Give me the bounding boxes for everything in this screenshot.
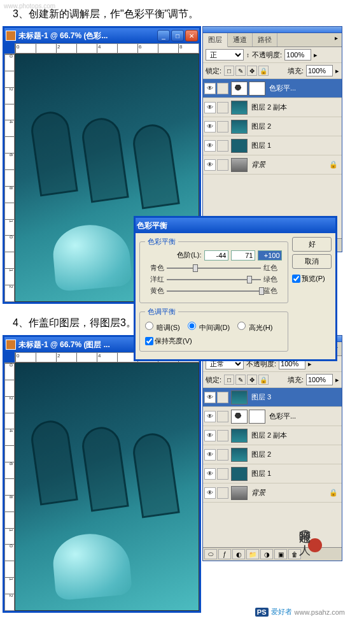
lock-all-icon[interactable]: 🔒	[258, 375, 269, 385]
layer-row[interactable]: 👁图层 2 副本	[203, 426, 342, 445]
level-cyan-input[interactable]	[204, 250, 228, 261]
layer-row[interactable]: 👁色彩平...	[203, 407, 342, 426]
fill-field[interactable]: 100%	[306, 65, 333, 76]
visibility-icon[interactable]: 👁	[204, 102, 216, 113]
radio-shadows[interactable]: 暗调(S)	[145, 322, 180, 333]
link-slot[interactable]	[217, 121, 228, 132]
fill-label: 填充:	[288, 375, 304, 385]
document-window-2: 未标题-1 @ 66.7% (图层 ... _ □ ✕ 02468 024681…	[3, 335, 201, 613]
app-icon	[6, 31, 16, 41]
visibility-icon[interactable]: 👁	[204, 83, 216, 94]
ruler-horizontal: 02468	[15, 43, 199, 54]
layer-thumbnail	[231, 429, 248, 443]
link-slot[interactable]	[217, 430, 228, 441]
link-slot[interactable]	[217, 159, 228, 171]
link-icon[interactable]: ⬭	[204, 549, 217, 559]
tab-layers[interactable]: 图层	[203, 33, 228, 47]
canvas[interactable]	[15, 362, 199, 611]
preview-checkbox[interactable]: 预览(P)	[292, 274, 332, 283]
layer-name: 图层 1	[249, 469, 340, 478]
visibility-icon[interactable]: 👁	[204, 159, 216, 171]
window-title: 未标题-1 @ 66.7% (色彩...	[18, 31, 157, 41]
layer-row[interactable]: 👁图层 3	[203, 388, 342, 407]
visibility-icon[interactable]: 👁	[204, 392, 216, 403]
lock-pixels-icon[interactable]: ✎	[235, 66, 246, 76]
blend-mode-select[interactable]: 正	[206, 49, 244, 61]
panel-menu-icon[interactable]: ▸	[331, 33, 342, 47]
fx-icon[interactable]: ƒ	[218, 549, 231, 559]
slider-right-label: 蓝色	[263, 286, 283, 296]
lock-pixels-icon[interactable]: ✎	[235, 375, 246, 385]
layer-row[interactable]: 👁图层 2	[203, 117, 342, 136]
visibility-icon[interactable]: 👁	[204, 487, 216, 499]
layer-thumbnail	[231, 448, 248, 462]
visibility-icon[interactable]: 👁	[204, 449, 216, 461]
link-slot[interactable]	[217, 411, 228, 422]
lock-transparency-icon[interactable]: □	[224, 375, 234, 385]
maximize-button[interactable]: □	[171, 30, 184, 41]
fill-field[interactable]: 100%	[306, 374, 333, 385]
layer-name: 图层 2	[249, 122, 340, 131]
seal-icon	[308, 538, 322, 552]
preserve-luminosity-checkbox[interactable]: 保持亮度(V)	[145, 336, 283, 346]
layer-row[interactable]: 👁背景🔒	[203, 155, 342, 175]
radio-midtones[interactable]: 中间调(D)	[188, 322, 230, 333]
lock-position-icon[interactable]: ✥	[247, 66, 257, 76]
new-layer-icon[interactable]: ▣	[274, 549, 287, 559]
layer-row[interactable]: 👁图层 2 副本	[203, 98, 342, 117]
minimize-button[interactable]: _	[157, 30, 170, 41]
layer-name: 色彩平...	[267, 83, 340, 93]
layer-name: 背景	[249, 488, 326, 497]
ok-button[interactable]: 好	[292, 237, 332, 252]
level-yellow-input[interactable]	[258, 250, 282, 261]
tab-channels[interactable]: 通道	[228, 33, 253, 47]
group-tone-balance: 色调平衡	[145, 307, 178, 317]
tab-paths[interactable]: 路径	[253, 33, 277, 47]
layer-row[interactable]: 👁图层 1	[203, 136, 342, 155]
link-slot[interactable]	[217, 449, 228, 461]
visibility-icon[interactable]: 👁	[204, 140, 216, 152]
cancel-button[interactable]: 取消	[292, 254, 332, 269]
layer-thumbnail	[231, 120, 248, 134]
level-magenta-input[interactable]	[231, 250, 255, 261]
close-button[interactable]: ✕	[185, 30, 198, 41]
opacity-field[interactable]: 100%	[284, 49, 311, 61]
link-slot[interactable]	[217, 468, 228, 480]
app-icon	[6, 340, 16, 350]
mask-icon[interactable]: ◐	[232, 549, 245, 559]
link-slot[interactable]	[217, 102, 228, 113]
link-slot[interactable]	[217, 487, 228, 499]
visibility-icon[interactable]: 👁	[204, 411, 216, 422]
link-slot[interactable]	[217, 140, 228, 152]
slider-left-label: 青色	[145, 263, 164, 273]
lock-position-icon[interactable]: ✥	[247, 375, 257, 385]
visibility-icon[interactable]: 👁	[204, 468, 216, 480]
link-slot[interactable]	[217, 392, 228, 403]
link-slot[interactable]	[217, 83, 228, 94]
layer-row[interactable]: 👁色彩平...	[203, 79, 342, 98]
site-watermark: www.photops.com	[4, 3, 55, 10]
lock-all-icon[interactable]: 🔒	[258, 66, 269, 76]
radio-highlights[interactable]: 高光(H)	[237, 322, 272, 333]
folder-icon[interactable]: 📁	[246, 549, 259, 559]
layer-row[interactable]: 👁图层 2	[203, 445, 342, 464]
color-slider[interactable]	[167, 276, 261, 283]
visibility-icon[interactable]: 👁	[204, 121, 216, 132]
layer-name: 图层 2	[249, 450, 340, 459]
layer-row[interactable]: 👁图层 1	[203, 464, 342, 483]
lock-label: 锁定:	[206, 375, 221, 385]
color-slider[interactable]	[167, 287, 261, 295]
layer-name: 图层 3	[249, 392, 340, 402]
layer-thumbnail	[231, 467, 248, 481]
visibility-icon[interactable]: 👁	[204, 430, 216, 441]
adjustment-icon[interactable]: ◑	[260, 549, 273, 559]
dialog-title: 色彩平衡	[137, 220, 334, 231]
slider-right-label: 红色	[263, 263, 283, 273]
lock-transparency-icon[interactable]: □	[224, 66, 234, 76]
color-slider[interactable]	[167, 264, 261, 272]
layer-row[interactable]: 👁背景🔒	[203, 483, 342, 503]
group-color-balance: 色彩平衡	[145, 237, 178, 247]
levels-label: 色阶(L):	[177, 250, 202, 261]
mask-thumbnail	[249, 410, 265, 424]
layer-thumbnail	[231, 410, 248, 424]
